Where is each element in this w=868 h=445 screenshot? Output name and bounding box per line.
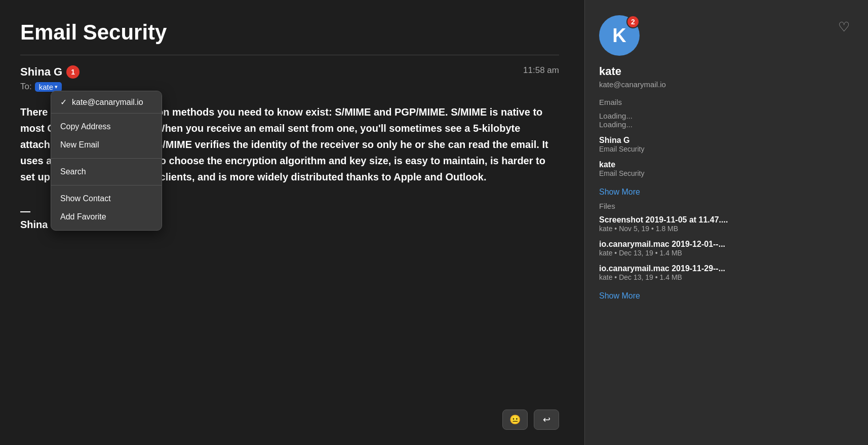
unread-badge: 1 <box>66 65 80 79</box>
sidebar: K 2 ♡ kate kate@canarymail.io Emails Loa… <box>584 0 868 445</box>
email-actions: 😐 ↩ <box>502 410 559 430</box>
show-more-files-link[interactable]: Show More <box>599 291 854 301</box>
dropdown-arrow-icon: ▾ <box>55 84 58 90</box>
list-item[interactable]: io.canarymail.mac 2019-11-29--... kate •… <box>599 264 854 281</box>
reply-button[interactable]: ↩ <box>534 410 559 430</box>
to-label: To: <box>20 82 32 92</box>
new-email-item[interactable]: New Email <box>51 136 162 154</box>
email-subject-1: Email Security <box>599 145 854 153</box>
list-item[interactable]: io.canarymail.mac 2019-12-01--... kate •… <box>599 240 854 257</box>
list-item[interactable]: Screenshot 2019-11-05 at 11.47.... kate … <box>599 215 854 233</box>
list-item: Loading... Loading... <box>599 112 854 129</box>
search-item[interactable]: Search <box>51 163 162 181</box>
recipient-tag[interactable]: kate ▾ <box>35 82 62 92</box>
file-meta-2: kate • Dec 13, 19 • 1.4 MB <box>599 249 854 257</box>
checkmark-icon: ✓ <box>60 97 67 107</box>
email-time: 11:58 am <box>523 65 559 76</box>
sidebar-header: K 2 ♡ <box>599 15 854 56</box>
contact-avatar-wrap: K 2 <box>599 15 640 56</box>
recipient-dropdown: ✓ kate@canarymail.io Copy Address New Em… <box>51 91 162 231</box>
contact-name: kate <box>599 65 854 78</box>
loading-1: Loading... <box>599 112 854 120</box>
dropdown-section-2: Search <box>51 159 162 186</box>
sender-area: Shina G 1 To: kate ▾ <box>20 65 80 92</box>
dropdown-header[interactable]: ✓ kate@canarymail.io <box>51 91 162 114</box>
show-contact-item[interactable]: Show Contact <box>51 190 162 208</box>
email-sender-1: Shina G <box>599 136 854 145</box>
avatar-badge: 2 <box>626 15 640 28</box>
dropdown-email: kate@canarymail.io <box>72 98 143 107</box>
list-item[interactable]: kate Email Security <box>599 160 854 177</box>
files-section-label: Files <box>599 202 854 210</box>
dropdown-section-1: Copy Address New Email <box>51 114 162 159</box>
email-meta: Shina G 1 To: kate ▾ 11:58 am ✓ kate@can… <box>20 65 559 92</box>
to-line: To: kate ▾ <box>20 82 80 92</box>
dropdown-section-3: Show Contact Add Favorite <box>51 186 162 230</box>
emoji-button[interactable]: 😐 <box>502 410 528 430</box>
email-title: Email Security <box>20 20 559 55</box>
sender-name: Shina G 1 <box>20 65 80 79</box>
list-item[interactable]: Shina G Email Security <box>599 136 854 153</box>
copy-address-item[interactable]: Copy Address <box>51 118 162 136</box>
emails-section-label: Emails <box>599 98 854 106</box>
file-meta-3: kate • Dec 13, 19 • 1.4 MB <box>599 273 854 281</box>
add-favorite-item[interactable]: Add Favorite <box>51 208 162 226</box>
email-subject-2: Email Security <box>599 169 854 177</box>
contact-email: kate@canarymail.io <box>599 80 854 89</box>
favorite-button[interactable]: ♡ <box>834 15 854 39</box>
loading-2: Loading... <box>599 120 854 129</box>
file-name-2: io.canarymail.mac 2019-12-01--... <box>599 240 854 249</box>
emoji-icon: 😐 <box>509 414 521 425</box>
email-sender-2: kate <box>599 160 854 169</box>
main-content: Email Security Shina G 1 To: kate ▾ 11:5… <box>0 0 584 445</box>
file-name-1: Screenshot 2019-11-05 at 11.47.... <box>599 215 854 225</box>
show-more-emails-link[interactable]: Show More <box>599 188 854 197</box>
file-name-3: io.canarymail.mac 2019-11-29--... <box>599 264 854 273</box>
file-meta-1: kate • Nov 5, 19 • 1.8 MB <box>599 225 854 233</box>
reply-icon: ↩ <box>543 414 550 425</box>
